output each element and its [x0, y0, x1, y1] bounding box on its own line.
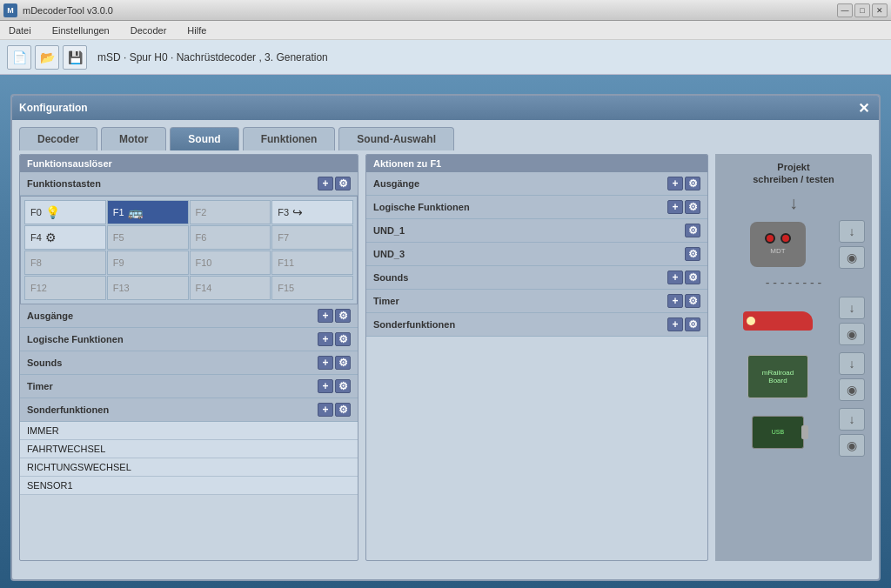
und1-header[interactable]: UND_1 ⚙ — [366, 219, 707, 242]
logische-funktionen-add-right[interactable]: + — [667, 200, 683, 214]
sonderfunktionen-settings-right[interactable]: ⚙ — [685, 317, 700, 331]
tab-sound[interactable]: Sound — [170, 127, 238, 150]
timer-header-left[interactable]: Timer + ⚙ — [20, 375, 358, 398]
robot-view-button[interactable]: ◉ — [839, 246, 865, 269]
right-panel: Aktionen zu F1 Ausgänge + ⚙ Logische Fun… — [365, 154, 708, 561]
list-item-richtungswechsel[interactable]: RICHTUNGSWECHSEL — [20, 458, 358, 477]
und3-header[interactable]: UND_3 ⚙ — [366, 243, 707, 265]
save-button[interactable]: 💾 — [63, 45, 87, 70]
logische-funktionen-settings-left[interactable]: ⚙ — [335, 332, 351, 346]
logische-funktionen-settings-right[interactable]: ⚙ — [685, 200, 700, 214]
fkey-f9[interactable]: F9 — [107, 251, 189, 275]
sonderfunktionen-add-left[interactable]: + — [318, 403, 333, 417]
train-section: ↓ ◉ — [722, 297, 865, 345]
ausgaenge-add-left[interactable]: + — [318, 309, 333, 323]
minimize-button[interactable]: — — [837, 3, 853, 17]
menu-decoder[interactable]: Decoder — [125, 23, 172, 37]
close-button[interactable]: ✕ — [872, 3, 888, 17]
menu-datei[interactable]: Datei — [3, 23, 37, 37]
funktionstasten-header[interactable]: Funktionstasten + ⚙ — [20, 172, 358, 195]
funktionsausloeser-header: Funktionsauslöser — [20, 155, 358, 172]
sonderfunktionen-header-right[interactable]: Sonderfunktionen + ⚙ — [366, 313, 707, 336]
robot-section: MDT ↓ ◉ — [722, 220, 865, 269]
timer-add-left[interactable]: + — [318, 379, 333, 393]
board-view-button[interactable]: ◉ — [839, 378, 865, 401]
fkey-f2[interactable]: F2 — [190, 200, 271, 224]
fkey-f7[interactable]: F7 — [271, 225, 353, 250]
timer-settings-right[interactable]: ⚙ — [685, 294, 700, 308]
und3-settings[interactable]: ⚙ — [685, 247, 700, 261]
ausgaenge-add-right[interactable]: + — [667, 177, 683, 190]
usb-download-button[interactable]: ↓ — [839, 408, 865, 431]
menubar: Datei Einstellungen Decoder Hilfe — [0, 21, 891, 40]
sounds-settings-right[interactable]: ⚙ — [685, 271, 700, 284]
fkey-f11[interactable]: F11 — [271, 251, 353, 275]
list-item-immer[interactable]: IMMER — [20, 422, 358, 440]
open-button[interactable]: 📂 — [35, 45, 59, 70]
restore-button[interactable]: □ — [854, 3, 870, 17]
sonderfunktionen-header-left[interactable]: Sonderfunktionen + ⚙ — [20, 398, 358, 421]
und3-section: UND_3 ⚙ — [366, 243, 707, 266]
fkey-f1[interactable]: F1 🚌 — [107, 200, 189, 224]
funktionstasten-section: Funktionstasten + ⚙ — [20, 172, 358, 196]
fkey-f5[interactable]: F5 — [107, 225, 189, 250]
train-view-button[interactable]: ◉ — [839, 323, 865, 345]
fkey-grid: F0 💡 F1 🚌 F2 F3 ↪ F4 ⚙ F5 — [20, 196, 358, 304]
fkey-f10[interactable]: F10 — [190, 251, 271, 275]
fkey-f15[interactable]: F15 — [271, 276, 353, 300]
fkey-f13[interactable]: F13 — [107, 276, 189, 300]
fkey-f14[interactable]: F14 — [190, 276, 271, 300]
fkey-f6[interactable]: F6 — [190, 225, 271, 250]
ausgaenge-header-left[interactable]: Ausgänge + ⚙ — [20, 304, 358, 327]
funktionstasten-add-button[interactable]: + — [318, 177, 333, 190]
tab-funktionen[interactable]: Funktionen — [243, 127, 336, 150]
funktionstasten-settings-button[interactable]: ⚙ — [335, 177, 351, 190]
timer-settings-left[interactable]: ⚙ — [335, 379, 351, 393]
logische-funktionen-buttons-left: + ⚙ — [318, 332, 351, 346]
logische-funktionen-add-left[interactable]: + — [318, 332, 333, 346]
menu-einstellungen[interactable]: Einstellungen — [47, 23, 115, 37]
board-device: mRailroadBoard — [722, 355, 834, 398]
sonderfunktionen-section-right: Sonderfunktionen + ⚙ — [366, 313, 707, 337]
list-item-sensor1[interactable]: SENSOR1 — [20, 477, 358, 495]
sounds-settings-left[interactable]: ⚙ — [335, 356, 351, 370]
board-download-button[interactable]: ↓ — [839, 352, 865, 375]
ausgaenge-settings-right[interactable]: ⚙ — [685, 177, 700, 190]
sonderfunktionen-settings-left[interactable]: ⚙ — [335, 403, 351, 417]
timer-header-right[interactable]: Timer + ⚙ — [366, 290, 707, 312]
timer-buttons-right: + ⚙ — [667, 294, 700, 308]
und1-settings[interactable]: ⚙ — [685, 224, 700, 237]
robot-action-buttons: ↓ ◉ — [839, 220, 865, 269]
tab-decoder[interactable]: Decoder — [19, 127, 97, 150]
fkey-f12[interactable]: F12 — [24, 276, 106, 300]
fkey-f0[interactable]: F0 💡 — [24, 200, 106, 224]
fkey-f4[interactable]: F4 ⚙ — [24, 225, 106, 250]
sounds-section-left: Sounds + ⚙ — [20, 351, 358, 375]
sounds-add-right[interactable]: + — [667, 271, 683, 284]
logische-funktionen-header-right[interactable]: Logische Funktionen + ⚙ — [366, 196, 707, 218]
sounds-header-right[interactable]: Sounds + ⚙ — [366, 266, 707, 289]
timer-buttons-left: + ⚙ — [318, 379, 351, 393]
fkey-f3[interactable]: F3 ↪ — [271, 200, 353, 224]
tab-bar: Decoder Motor Sound Funktionen Sound-Aus… — [12, 120, 879, 150]
new-button[interactable]: 📄 — [7, 45, 31, 70]
menu-hilfe[interactable]: Hilfe — [182, 23, 211, 37]
robot-download-button[interactable]: ↓ — [839, 220, 865, 243]
list-item-fahrtwechsel[interactable]: FAHRTWECHSEL — [20, 440, 358, 458]
logische-funktionen-header-left[interactable]: Logische Funktionen + ⚙ — [20, 328, 358, 351]
titlebar-left: M mDecoderTool v3.0.0 — [3, 3, 113, 17]
timer-section-right: Timer + ⚙ — [366, 290, 707, 313]
train-download-button[interactable]: ↓ — [839, 297, 865, 319]
ausgaenge-header-right[interactable]: Ausgänge + ⚙ — [366, 172, 707, 195]
timer-add-right[interactable]: + — [667, 294, 683, 308]
tab-motor[interactable]: Motor — [101, 127, 166, 150]
dialog-close-button[interactable]: ✕ — [854, 99, 872, 117]
usb-view-button[interactable]: ◉ — [839, 434, 865, 457]
sounds-header-left[interactable]: Sounds + ⚙ — [20, 351, 358, 374]
tab-sound-auswahl[interactable]: Sound-Auswahl — [338, 127, 454, 150]
sonderfunktionen-add-right[interactable]: + — [667, 317, 683, 331]
fkey-f8[interactable]: F8 — [24, 251, 106, 275]
dialog-title: Konfiguration — [19, 102, 88, 114]
ausgaenge-settings-left[interactable]: ⚙ — [335, 309, 351, 323]
sounds-add-left[interactable]: + — [318, 356, 333, 370]
